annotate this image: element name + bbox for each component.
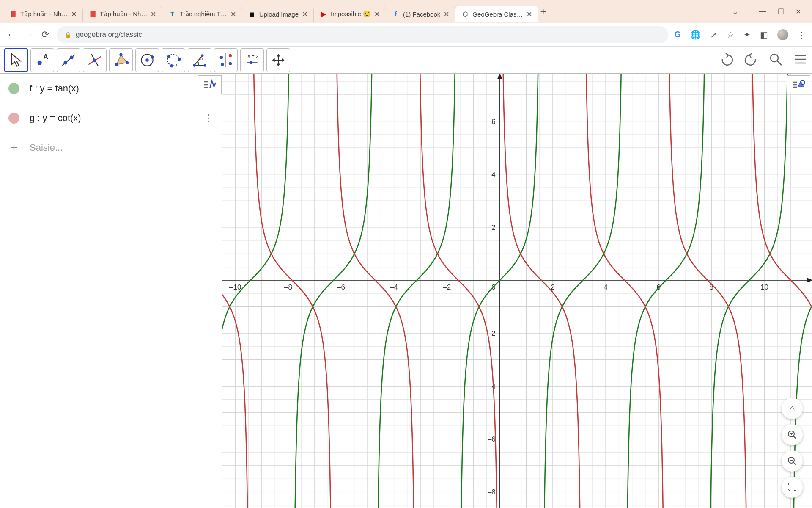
tab-title: Upload Image xyxy=(259,11,299,18)
visibility-dot[interactable] xyxy=(8,113,19,124)
tool-perpendicular[interactable] xyxy=(83,48,107,72)
tab-favicon: 📕 xyxy=(9,10,17,18)
zoom-in-button[interactable] xyxy=(782,424,803,445)
reload-button[interactable]: ⟳ xyxy=(40,29,51,40)
svg-text:–4: –4 xyxy=(488,382,496,390)
tab-close-icon[interactable]: ✕ xyxy=(302,10,307,18)
visibility-dot[interactable] xyxy=(8,83,19,94)
translate-icon[interactable]: 🌐 xyxy=(690,30,701,40)
svg-point-30 xyxy=(250,61,252,64)
svg-point-31 xyxy=(771,54,778,62)
row-menu-icon[interactable]: ⋮ xyxy=(204,113,213,124)
tool-point[interactable]: A xyxy=(30,48,54,72)
extensions-icon[interactable]: ✦ xyxy=(743,30,751,40)
tab-close-icon[interactable]: ✕ xyxy=(230,10,236,18)
svg-text:–8: –8 xyxy=(488,488,496,496)
forward-button[interactable]: → xyxy=(23,29,34,40)
tab-close-icon[interactable]: ✕ xyxy=(151,10,156,18)
sidepanel-icon[interactable]: ◧ xyxy=(760,30,768,40)
svg-text:4: 4 xyxy=(604,283,607,291)
home-button[interactable]: ⌂ xyxy=(782,398,803,419)
tab-close-icon[interactable]: ✕ xyxy=(71,10,77,18)
svg-point-20 xyxy=(193,64,195,66)
algebra-input-row[interactable]: + Saisie... xyxy=(0,133,222,163)
tab-favicon: f xyxy=(392,10,400,18)
svg-point-21 xyxy=(203,64,206,66)
tool-slider[interactable]: a = 2 xyxy=(240,48,264,72)
svg-point-27 xyxy=(229,62,232,65)
svg-point-3 xyxy=(63,61,67,64)
graphics-stylebar-button[interactable] xyxy=(787,75,810,94)
back-button[interactable]: ← xyxy=(6,29,17,40)
tab-favicon: 📕 xyxy=(89,10,96,18)
tab-close-icon[interactable]: ✕ xyxy=(527,10,532,18)
browser-tab[interactable]: 📕 Tập huấn - Nh… ✕ xyxy=(3,6,83,22)
tab-list: 📕 Tập huấn - Nh… ✕📕 Tập huấn - Nh… ✕T Tr… xyxy=(3,0,538,23)
url-input[interactable]: 🔒 geogebra.org/classic xyxy=(57,26,668,43)
browser-tab[interactable]: T Trắc nghiệm T… ✕ xyxy=(162,6,242,22)
svg-point-17 xyxy=(178,58,181,61)
tool-line[interactable] xyxy=(57,48,80,72)
tab-close-icon[interactable]: ✕ xyxy=(374,10,380,18)
algebra-expression: f : y = tan(x) xyxy=(30,83,194,94)
graphics-view[interactable]: –10–8–6–4–2246810–8–6–4–22460 ⌂ ⛶ xyxy=(222,74,812,508)
fullscreen-button[interactable]: ⛶ xyxy=(782,477,803,498)
zoom-out-button[interactable] xyxy=(782,450,803,472)
window-close-button[interactable]: ✕ xyxy=(796,8,801,16)
svg-text:–4: –4 xyxy=(390,283,398,291)
svg-point-16 xyxy=(167,55,170,58)
browser-tab[interactable]: ▶ Impossible 😢 ✕ xyxy=(314,6,386,22)
svg-text:–2: –2 xyxy=(443,283,451,291)
new-tab-button[interactable]: + xyxy=(540,6,546,17)
tool-circle-center[interactable] xyxy=(135,48,159,72)
tool-move-view[interactable] xyxy=(266,48,290,72)
redo-button[interactable] xyxy=(743,52,759,69)
algebra-expression: g : y = cot(x) xyxy=(30,113,194,124)
tool-reflect[interactable] xyxy=(214,48,238,72)
svg-text:–6: –6 xyxy=(337,283,345,291)
search-button[interactable] xyxy=(768,52,783,69)
share-icon[interactable]: ↗ xyxy=(710,30,717,40)
algebra-input-placeholder: Saisie... xyxy=(30,142,63,153)
chevron-down-icon[interactable]: ⌄ xyxy=(732,6,739,17)
svg-point-22 xyxy=(201,54,203,57)
tab-title: Impossible 😢 xyxy=(331,10,371,18)
window-maximize-button[interactable]: ❐ xyxy=(778,8,784,16)
tab-favicon: T xyxy=(168,10,176,18)
svg-text:–6: –6 xyxy=(488,435,496,443)
svg-point-7 xyxy=(93,58,96,62)
geogebra-app: A α a = 2 xyxy=(0,47,812,508)
browser-menu-icon[interactable]: ⋮ xyxy=(798,30,806,40)
svg-point-0 xyxy=(37,61,42,65)
algebra-row[interactable]: g : y = cot(x) ⋮ xyxy=(0,103,222,133)
browser-tab[interactable]: f (1) Facebook ✕ xyxy=(386,6,455,22)
google-account-icon[interactable]: G xyxy=(674,30,681,39)
window-minimize-button[interactable]: — xyxy=(759,8,766,16)
tab-close-icon[interactable]: ✕ xyxy=(444,10,449,18)
profile-avatar[interactable] xyxy=(777,29,788,40)
tab-favicon: ⬡ xyxy=(461,10,469,18)
tool-pointer[interactable] xyxy=(4,48,28,72)
tab-title: GeoGebra Clas… xyxy=(472,11,523,18)
menu-button[interactable] xyxy=(793,52,808,69)
tab-title: Tập huấn - Nh… xyxy=(100,10,147,18)
browser-tab[interactable]: ⬡ GeoGebra Clas… ✕ xyxy=(455,6,538,22)
svg-text:4: 4 xyxy=(491,171,495,179)
tool-polygon[interactable] xyxy=(109,48,133,72)
svg-line-179 xyxy=(793,462,796,465)
bookmark-icon[interactable]: ☆ xyxy=(727,30,734,40)
svg-point-14 xyxy=(151,55,154,58)
algebra-row[interactable]: f : y = tan(x) ⋮ xyxy=(0,74,222,103)
tool-circle-3pt[interactable] xyxy=(162,48,185,72)
tool-angle[interactable]: α xyxy=(188,48,211,72)
browser-tab[interactable]: ◼ Upload Image ✕ xyxy=(242,6,314,22)
algebra-stylebar-button[interactable] xyxy=(198,75,222,94)
svg-point-10 xyxy=(119,53,122,56)
tab-title: Trắc nghiệm T… xyxy=(179,10,227,18)
svg-point-18 xyxy=(170,64,173,67)
undo-button[interactable] xyxy=(719,52,734,69)
svg-line-32 xyxy=(777,61,782,65)
algebra-panel: f : y = tan(x) ⋮ g : y = cot(x) ⋮ + Sais… xyxy=(0,74,222,508)
browser-tab[interactable]: 📕 Tập huấn - Nh… ✕ xyxy=(83,6,162,22)
tool-bar: A α a = 2 xyxy=(0,47,812,74)
